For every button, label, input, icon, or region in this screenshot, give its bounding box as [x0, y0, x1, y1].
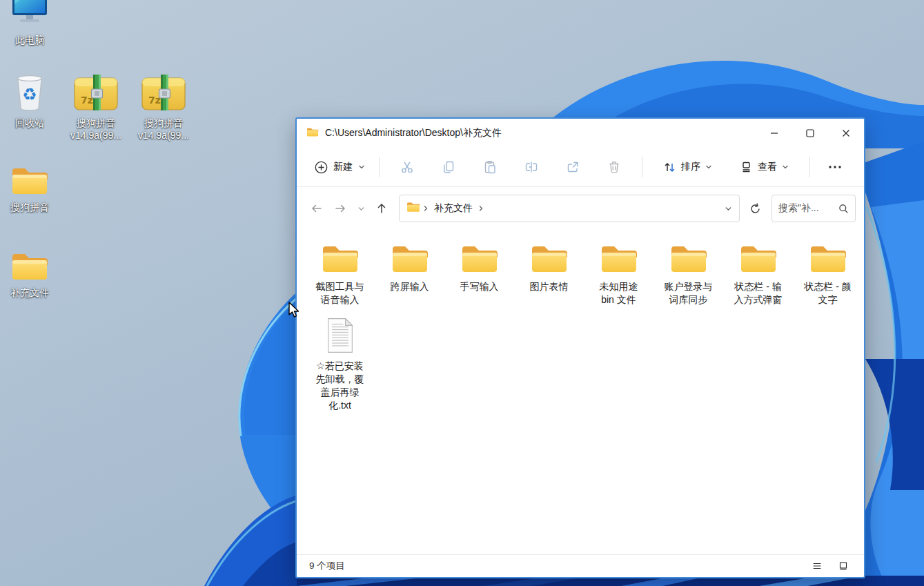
- item-label: 图片表情: [530, 280, 569, 293]
- desktop-icon-sogou-7z[interactable]: 7z搜狗拼音 v14.9a(99...: [58, 73, 134, 141]
- item-label: 截图工具与 语音输入: [316, 280, 364, 306]
- pc-icon: [8, 0, 51, 32]
- chevron-right-icon[interactable]: [478, 205, 484, 212]
- view-toggles: [809, 558, 852, 574]
- file-item[interactable]: ☆若已安装 先卸载，覆 盖后再绿 化.txt: [305, 311, 375, 416]
- rename-icon: [524, 160, 538, 174]
- search-box[interactable]: 搜索"补...: [771, 195, 856, 222]
- forward-icon: [334, 202, 346, 215]
- delete-button[interactable]: [599, 154, 629, 180]
- item-label: 手写输入: [460, 280, 499, 293]
- mouse-cursor: [286, 301, 301, 319]
- folder-item[interactable]: 状态栏 - 颜 文字: [793, 237, 863, 311]
- desktop-icon-label: 搜狗拼音 v14.9a(99...: [138, 117, 189, 141]
- explorer-window: C:\Users\Administrator\Desktop\补充文件 新建: [295, 117, 865, 578]
- item-label: 账户登录与 词库同步: [665, 280, 713, 306]
- close-icon: [842, 129, 850, 137]
- toolbar-separator: [809, 157, 810, 177]
- details-view-button[interactable]: [809, 558, 825, 574]
- maximize-button[interactable]: [792, 119, 828, 148]
- share-button[interactable]: [558, 154, 588, 180]
- address-bar[interactable]: 补充文件: [399, 195, 740, 222]
- file-list: 截图工具与 语音输入 跨屏输入 手写输入 图片表情 未知用途 bin 文件 账户…: [297, 230, 864, 554]
- paste-icon: [483, 160, 497, 174]
- folder-item[interactable]: 图片表情: [514, 237, 584, 311]
- folder-item[interactable]: 状态栏 - 输 入方式弹窗: [723, 237, 793, 311]
- folder-icon: [10, 251, 49, 284]
- folder-icon: [600, 244, 638, 277]
- up-icon: [375, 202, 388, 215]
- folder-item[interactable]: 账户登录与 词库同步: [653, 237, 723, 311]
- item-label: 状态栏 - 输 入方式弹窗: [734, 280, 783, 306]
- sort-button[interactable]: 排序: [656, 157, 719, 178]
- sort-icon: [663, 161, 676, 174]
- folder-icon: [530, 244, 569, 277]
- trash-icon: [607, 160, 621, 174]
- breadcrumb-folder[interactable]: 补充文件: [434, 202, 473, 215]
- folder-item[interactable]: 截图工具与 语音输入: [305, 237, 375, 311]
- view-button[interactable]: 查看: [733, 157, 796, 178]
- copy-icon: [442, 160, 455, 174]
- up-button[interactable]: [370, 197, 393, 220]
- folder-item[interactable]: 未知用途 bin 文件: [584, 237, 653, 311]
- folder-item[interactable]: 跨屏输入: [375, 237, 444, 311]
- desktop-icon-label: 搜狗拼音: [10, 201, 49, 213]
- paste-button[interactable]: [475, 154, 505, 180]
- address-dropdown-button[interactable]: [725, 205, 732, 213]
- item-label: 状态栏 - 颜 文字: [804, 280, 851, 306]
- rename-button[interactable]: [516, 154, 547, 180]
- item-label: 未知用途 bin 文件: [600, 280, 638, 306]
- desktop-icon-label: 补充文件: [10, 286, 49, 299]
- search-input[interactable]: 搜索"补...: [778, 202, 838, 215]
- minimize-icon: [770, 129, 778, 137]
- window-controls: [756, 119, 864, 148]
- chevron-down-icon: [358, 164, 365, 170]
- text-file-icon: [324, 318, 356, 356]
- refresh-button[interactable]: [743, 196, 767, 221]
- cut-button[interactable]: [392, 154, 422, 180]
- search-icon: [838, 204, 849, 214]
- svg-text:7z: 7z: [81, 95, 93, 106]
- window-title: C:\Users\Administrator\Desktop\补充文件: [325, 127, 502, 139]
- item-label: 跨屏输入: [391, 280, 429, 293]
- navigation-bar: 补充文件 搜索"补...: [297, 187, 864, 230]
- more-button[interactable]: [823, 154, 847, 180]
- close-button[interactable]: [828, 119, 864, 148]
- folder-icon: [10, 166, 49, 199]
- folder-icon: [306, 127, 319, 140]
- view-icon: [740, 161, 753, 174]
- item-count: 9 个项目: [309, 560, 345, 572]
- large-icons-view-button[interactable]: [835, 558, 852, 574]
- toolbar-separator: [379, 157, 380, 177]
- forward-button[interactable]: [328, 197, 352, 220]
- folder-item[interactable]: 手写输入: [444, 237, 514, 311]
- chevron-down-icon: [357, 205, 365, 213]
- desktop-icon-label: 搜狗拼音 v14.9a(99...: [70, 117, 121, 141]
- back-button[interactable]: [305, 197, 328, 220]
- desktop-icon-label: 此电脑: [15, 34, 44, 46]
- refresh-icon: [749, 203, 761, 215]
- title-bar[interactable]: C:\Users\Administrator\Desktop\补充文件: [297, 119, 864, 148]
- desktop-icon-sogou-7z[interactable]: 7z搜狗拼音 v14.9a(99...: [126, 73, 201, 141]
- toolbar-separator: [642, 157, 642, 177]
- folder-icon: [669, 244, 708, 277]
- plus-circle-icon: [315, 161, 328, 174]
- desktop-icon-sogou-folder[interactable]: 搜狗拼音: [0, 166, 68, 213]
- new-button[interactable]: 新建: [308, 157, 372, 178]
- more-icon: [828, 165, 842, 169]
- folder-icon: [406, 202, 420, 215]
- status-bar: 9 个项目: [297, 554, 864, 577]
- folder-icon: [809, 244, 847, 277]
- bin-icon: ♻: [12, 73, 48, 115]
- large-icons-view-icon: [839, 560, 847, 572]
- recent-locations-button[interactable]: [352, 197, 370, 220]
- desktop-icon-this-pc[interactable]: 此电脑: [0, 0, 68, 46]
- desktop-icon-label: 回收站: [15, 117, 44, 129]
- cut-icon: [400, 160, 414, 174]
- folder-icon: [321, 244, 360, 277]
- minimize-button[interactable]: [756, 119, 792, 148]
- new-button-label: 新建: [333, 161, 353, 173]
- details-view-icon: [813, 561, 821, 571]
- copy-button[interactable]: [433, 154, 464, 180]
- desktop-icon-buchong-folder[interactable]: 补充文件: [0, 251, 68, 299]
